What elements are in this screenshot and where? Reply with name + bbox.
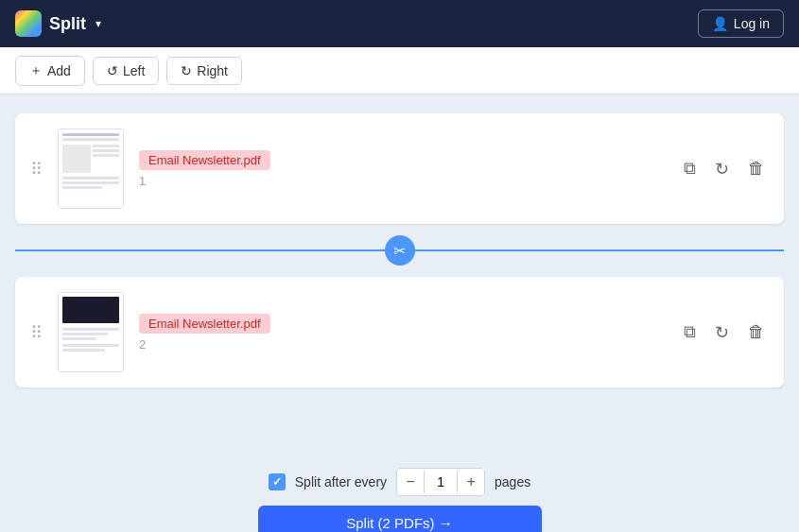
left-button[interactable]: ↺ Left [93,57,159,85]
main-content: ⠿ Email Newsletter.pdf 1 [0,94,799,456]
delete-button-1[interactable]: 🗑 [744,155,769,182]
split-checkbox-label: Split after every [295,474,387,489]
bottom-area: Split after every − 1 + pages Split (2 P… [0,456,799,532]
split-divider: ✂ [0,235,799,266]
card-actions-2: ⧉ ↻ 🗑 [680,318,769,347]
right-icon: ↻ [181,63,192,78]
user-icon: 👤 [712,16,728,31]
stepper-minus-button[interactable]: − [397,469,424,495]
copy-button-1[interactable]: ⧉ [680,155,700,182]
app-logo [15,10,42,37]
drag-handle-2[interactable]: ⠿ [30,322,43,343]
card-actions-1: ⧉ ↻ 🗑 [680,155,769,183]
pdf-name-2: Email Newsletter.pdf [139,314,270,334]
page-stepper: − 1 + [396,468,485,496]
pdf-name-1: Email Newsletter.pdf [139,150,270,170]
pages-label: pages [495,474,530,489]
app-dropdown-icon[interactable]: ▾ [96,17,101,30]
pdf-card-2: ⠿ Email Newsletter.pdf 2 ⧉ ↻ 🗑 [15,277,784,387]
add-button[interactable]: ＋ Add [15,56,85,86]
toolbar: ＋ Add ↺ Left ↻ Right [0,47,799,94]
pdf-card-1: ⠿ Email Newsletter.pdf 1 [15,113,784,224]
add-icon: ＋ [29,62,43,79]
split-button[interactable]: Split (2 PDFs) → [258,506,542,532]
rotate-button-1[interactable]: ↻ [711,155,733,183]
delete-button-2[interactable]: 🗑 [744,318,769,346]
rotate-button-2[interactable]: ↻ [711,318,733,347]
split-options: Split after every − 1 + pages [269,468,530,496]
pdf-page-2: 2 [139,337,665,352]
split-line-left [15,249,385,251]
split-checkbox[interactable] [269,473,286,490]
pdf-info-2: Email Newsletter.pdf 2 [139,314,665,352]
pdf-thumbnail-2 [58,292,124,372]
left-icon: ↺ [107,63,118,78]
stepper-plus-button[interactable]: + [458,469,484,495]
right-button[interactable]: ↻ Right [166,57,242,85]
stepper-value: 1 [424,471,458,493]
app-title: Split [49,14,86,34]
login-button[interactable]: 👤 Log in [698,9,784,38]
pdf-thumbnail-1 [58,129,124,209]
split-scissors-icon[interactable]: ✂ [385,235,415,266]
drag-handle-1[interactable]: ⠿ [30,159,43,180]
pdf-page-1: 1 [139,174,665,188]
split-line-right [415,249,785,251]
app-header: Split ▾ 👤 Log in [0,0,799,47]
copy-button-2[interactable]: ⧉ [680,318,700,346]
header-left: Split ▾ [15,10,101,37]
pdf-info-1: Email Newsletter.pdf 1 [139,150,665,188]
